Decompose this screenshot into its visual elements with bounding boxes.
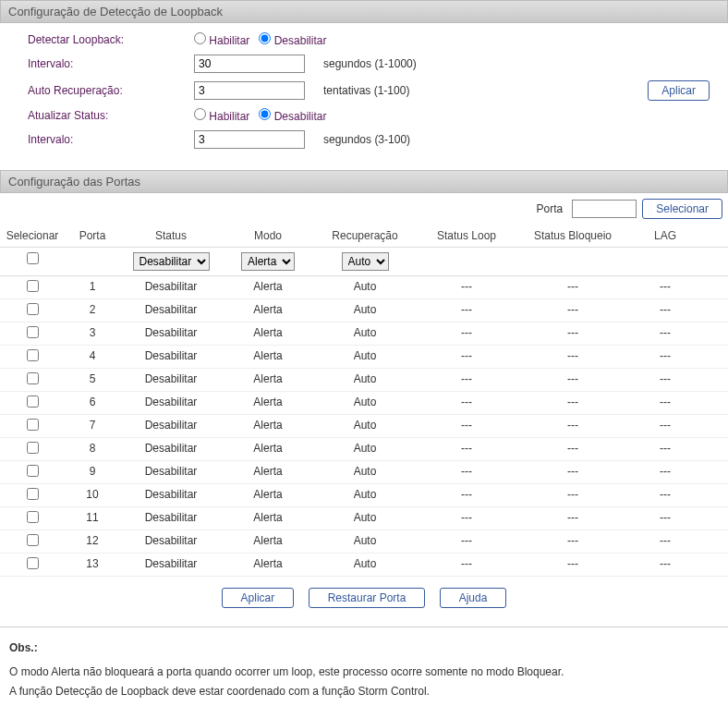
row-checkbox[interactable] [27,488,39,500]
row-status-loop: --- [416,299,517,322]
table-row: 2DesabilitarAlertaAuto--------- [0,299,728,323]
ports-table: Selecionar Porta Status Modo Recuperação… [0,225,728,577]
row-checkbox[interactable] [27,280,39,292]
row-recover: Auto [314,530,416,553]
row-status: Desabilitar [120,415,222,437]
row-recover: Auto [314,369,416,391]
row-status-loop: --- [416,323,517,345]
row-port: 5 [65,369,120,391]
apply-loopback-button[interactable]: Aplicar [648,80,710,101]
row-status-loop: --- [416,461,517,483]
ports-search-row: Porta Selecionar [0,193,728,225]
row-lag: --- [628,323,702,345]
table-row: 10DesabilitarAlertaAuto--------- [0,484,728,507]
row-lag: --- [628,276,702,298]
row-status-loop: --- [416,369,517,391]
row-checkbox[interactable] [27,442,39,454]
row-status-block: --- [517,461,628,483]
table-row: 9DesabilitarAlertaAuto--------- [0,461,728,484]
col-lag: LAG [628,225,702,247]
row-recover: Auto [314,276,416,298]
select-all-checkbox[interactable] [27,252,39,264]
row-port: 3 [65,323,120,345]
recover-filter-select[interactable]: Auto [342,252,389,271]
loopback-config-header: Configuração de Detecção de Loopback [0,0,728,23]
detect-disable-option[interactable]: Desabilitar [259,32,326,47]
update-enable-option[interactable]: Habilitar [194,108,249,123]
row-mode: Alerta [222,346,314,368]
row-status: Desabilitar [120,299,222,322]
table-rows-viewport[interactable]: 1DesabilitarAlertaAuto---------2Desabili… [0,276,728,577]
row-status-block: --- [517,346,628,368]
row-port: 7 [65,415,120,437]
apply-ports-button[interactable]: Aplicar [222,588,295,608]
port-search-input[interactable] [572,200,637,218]
row-checkbox[interactable] [27,557,39,569]
obs-line2: A função Detecção de Loopback deve estar… [9,682,719,702]
row-status-block: --- [517,415,628,437]
interval2-input[interactable] [194,130,305,149]
table-filter-row: Desabilitar Alerta Auto [0,248,728,276]
row-checkbox[interactable] [27,349,39,361]
row-status-block: --- [517,323,628,345]
row-mode: Alerta [222,461,314,483]
update-disable-option[interactable]: Desabilitar [259,108,326,123]
row-checkbox[interactable] [27,396,39,408]
row-lag: --- [628,461,702,483]
row-recover: Auto [314,484,416,506]
row-checkbox[interactable] [27,326,39,338]
footer-buttons: Aplicar Restaurar Porta Ajuda [0,577,728,619]
row-status-loop: --- [416,276,517,298]
row-port: 1 [65,276,120,298]
row-port: 4 [65,346,120,368]
row-status-block: --- [517,299,628,322]
row-mode: Alerta [222,299,314,322]
status-filter-select[interactable]: Desabilitar [133,252,210,271]
update-status-label: Atualizar Status: [28,109,194,122]
row-checkbox[interactable] [27,465,39,477]
row-status: Desabilitar [120,323,222,345]
interval-hint: segundos (1-1000) [323,57,417,70]
auto-recover-input[interactable] [194,81,305,100]
row-status-block: --- [517,276,628,298]
interval-input[interactable] [194,55,305,73]
table-row: 3DesabilitarAlertaAuto--------- [0,323,728,346]
row-mode: Alerta [222,438,314,460]
select-port-button[interactable]: Selecionar [642,199,722,219]
table-row: 8DesabilitarAlertaAuto--------- [0,438,728,461]
row-checkbox[interactable] [27,534,39,546]
table-row: 11DesabilitarAlertaAuto--------- [0,507,728,530]
row-status-block: --- [517,554,628,576]
row-mode: Alerta [222,369,314,391]
mode-filter-select[interactable]: Alerta [241,252,295,271]
table-row: 12DesabilitarAlertaAuto--------- [0,530,728,554]
row-port: 8 [65,438,120,460]
restore-port-button[interactable]: Restaurar Porta [309,588,426,608]
table-row: 7DesabilitarAlertaAuto--------- [0,415,728,438]
row-status-loop: --- [416,554,517,576]
obs-title: Obs.: [9,639,719,659]
row-status-block: --- [517,484,628,506]
table-row: 13DesabilitarAlertaAuto--------- [0,554,728,577]
observations: Obs.: O modo Alerta não bloqueará a port… [0,635,728,706]
row-checkbox[interactable] [27,511,39,523]
row-checkbox[interactable] [27,303,39,315]
help-button[interactable]: Ajuda [440,588,507,608]
row-lag: --- [628,369,702,391]
row-recover: Auto [314,415,416,437]
row-port: 6 [65,392,120,414]
row-mode: Alerta [222,484,314,506]
row-status-loop: --- [416,346,517,368]
row-port: 10 [65,484,120,506]
row-recover: Auto [314,346,416,368]
row-checkbox[interactable] [27,372,39,384]
table-row: 4DesabilitarAlertaAuto--------- [0,346,728,369]
row-mode: Alerta [222,530,314,553]
detect-loopback-label: Detectar Loopback: [28,33,194,46]
row-checkbox[interactable] [27,419,39,431]
detect-enable-option[interactable]: Habilitar [194,32,249,47]
row-status: Desabilitar [120,438,222,460]
interval-label: Intervalo: [28,57,194,70]
row-lag: --- [628,507,702,530]
row-mode: Alerta [222,554,314,576]
